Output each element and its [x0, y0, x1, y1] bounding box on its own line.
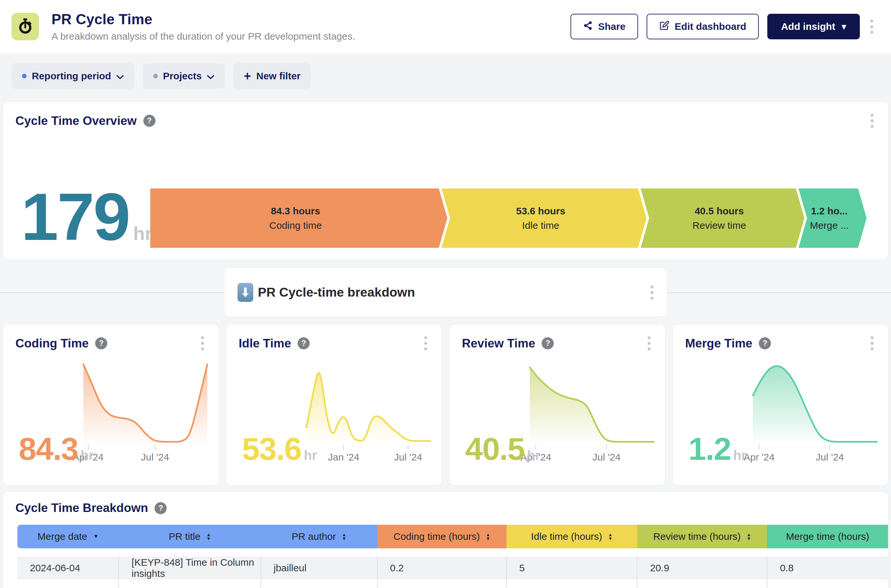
column-header-coding-time-hours-[interactable]: Coding time (hours)▲▼ [377, 525, 507, 548]
table-cell: 20.9 [637, 556, 767, 579]
new-filter-button[interactable]: + New filter [233, 63, 311, 89]
sort-icon[interactable]: ▲▼ [747, 532, 751, 540]
metric-value: 84.3 [19, 430, 78, 467]
column-header-pr-title[interactable]: PR title▲▼ [119, 525, 261, 548]
projects-label: Projects [163, 70, 202, 82]
coding-time-sparkline [83, 359, 207, 443]
merge-time-sparkline [753, 359, 877, 443]
sort-icon[interactable]: ▲▼ [206, 532, 211, 540]
header-kebab-menu[interactable] [868, 18, 875, 36]
new-filter-label: New filter [256, 70, 301, 82]
help-icon[interactable]: ? [759, 337, 771, 350]
table-spacer-row [17, 548, 888, 556]
table-row-partial [17, 579, 888, 588]
sort-icon[interactable]: ▲▼ [486, 532, 491, 540]
card-title: Idle Time [239, 337, 291, 350]
cycle-time-overview-card: Cycle Time Overview ? 179 hr 84.3 hours … [3, 102, 888, 260]
banner-title: PR Cycle-time breakdown [258, 285, 415, 300]
idle-time-sparkline [306, 359, 430, 443]
edit-icon [659, 20, 670, 33]
card-kebab-menu[interactable] [646, 334, 653, 352]
metric-unit: hr [733, 448, 747, 463]
x-axis-tick [759, 444, 759, 450]
card-title: Coding Time [15, 337, 89, 350]
cycle-time-breakdown-table: Merge date▼PR title▲▼PR author▲▼Coding t… [17, 525, 888, 588]
funnel-stage-coding[interactable]: 84.3 hours Coding time [150, 189, 447, 248]
funnel-stage-idle[interactable]: 53.6 hours Idle time [442, 189, 647, 248]
help-icon[interactable]: ? [298, 337, 310, 350]
edit-dashboard-button[interactable]: Edit dashboard [647, 14, 759, 39]
total-cycle-time: 179 hr [21, 190, 152, 244]
help-icon[interactable]: ? [542, 337, 554, 350]
reporting-period-filter[interactable]: Reporting period [12, 63, 134, 89]
sort-desc-icon[interactable]: ▼ [93, 533, 99, 540]
x-axis: Jan '24Jul '24 [306, 444, 430, 465]
plus-icon: + [244, 70, 251, 82]
x-axis-tick [829, 444, 830, 450]
table-row[interactable]: 2024-06-04[KEYP-848] Time in Column insi… [17, 556, 888, 579]
reporting-period-label: Reporting period [32, 70, 111, 82]
column-header-merge-time-hours-[interactable]: Merge time (hours) [767, 525, 888, 548]
table-cell: 0.2 [377, 556, 507, 579]
share-button-label: Share [598, 21, 625, 32]
x-axis-label: Jul '24 [141, 452, 169, 463]
column-header-label: PR author [292, 531, 336, 542]
column-header-pr-author[interactable]: PR author▲▼ [261, 525, 377, 548]
card-title: Review Time [462, 337, 535, 350]
stage-value: 53.6 hours [516, 206, 565, 217]
sort-icon[interactable]: ▲▼ [342, 532, 346, 540]
metric-value: 53.6 [242, 430, 301, 467]
help-icon[interactable]: ? [95, 337, 107, 350]
share-icon [583, 21, 593, 33]
top-bar: PR Cycle Time A breakdown analysis of th… [0, 0, 891, 53]
column-header-label: PR title [169, 531, 200, 542]
merge-time-card: Merge Time ? Apr '24Jul '24 1.2 hr [673, 324, 889, 485]
card-kebab-menu[interactable] [199, 334, 206, 352]
column-header-idle-time-hours-[interactable]: Idle time (hours)▲▼ [507, 525, 637, 548]
table-title: Cycle Time Breakdown [15, 501, 148, 515]
add-insight-button[interactable]: Add insight ▾ [767, 14, 860, 39]
projects-dot [153, 74, 158, 78]
card-kebab-menu[interactable] [869, 334, 876, 352]
x-axis-tick [155, 444, 155, 450]
x-axis-tick [343, 444, 344, 450]
overview-kebab-menu[interactable] [869, 112, 876, 130]
metric-unit: hr [81, 448, 94, 463]
total-cycle-time-value: 179 [21, 190, 129, 243]
table-cell: 2024-06-04 [17, 556, 119, 579]
table-cell: 5 [507, 556, 637, 579]
chevron-down-icon: ▾ [842, 22, 846, 31]
column-header-review-time-hours-[interactable]: Review time (hours)▲▼ [637, 525, 767, 548]
filter-bar: Reporting period Projects + New filter [0, 53, 891, 99]
share-button[interactable]: Share [570, 14, 638, 39]
funnel-stage-merge[interactable]: 1.2 ho... Merge ... [799, 189, 867, 248]
pr-cycle-time-breakdown-banner: PR Cycle-time breakdown [224, 268, 667, 317]
stage-value: 1.2 ho... [811, 206, 848, 217]
dashboard-icon [12, 13, 39, 40]
projects-filter[interactable]: Projects [143, 63, 225, 89]
column-header-label: Coding time (hours) [393, 531, 480, 542]
stage-value: 84.3 hours [271, 206, 320, 217]
x-axis-label: Jan '24 [328, 452, 359, 463]
x-axis: Apr '24Jul '24 [530, 444, 654, 465]
header-actions: Share Edit dashboard Add insight ▾ [570, 14, 875, 39]
stopwatch-icon [17, 18, 33, 35]
column-header-merge-date[interactable]: Merge date▼ [17, 525, 119, 548]
metric-value: 40.5 [465, 430, 525, 467]
stage-label: Review time [692, 220, 746, 231]
reporting-period-dot [22, 74, 27, 78]
card-kebab-menu[interactable] [422, 334, 429, 352]
banner-kebab-menu[interactable] [649, 284, 655, 302]
total-cycle-time-unit: hr [133, 222, 152, 244]
down-arrow-icon [238, 283, 253, 302]
column-header-label: Idle time (hours) [531, 531, 602, 542]
page-subtitle: A breakdown analysis of the duration of … [51, 31, 570, 42]
column-header-label: Merge time (hours) [786, 531, 869, 542]
funnel-stage-review[interactable]: 40.5 hours Review time [641, 189, 804, 248]
coding-time-card: Coding Time ? Apr '24Jul '24 84.3 hr [3, 324, 219, 485]
help-icon[interactable]: ? [155, 502, 167, 514]
help-icon[interactable]: ? [143, 115, 155, 127]
page-title: PR Cycle Time [51, 11, 570, 27]
sort-icon[interactable]: ▲▼ [608, 532, 613, 540]
metric-cards-row: Coding Time ? Apr '24Jul '24 84.3 hr Idl… [3, 324, 888, 485]
